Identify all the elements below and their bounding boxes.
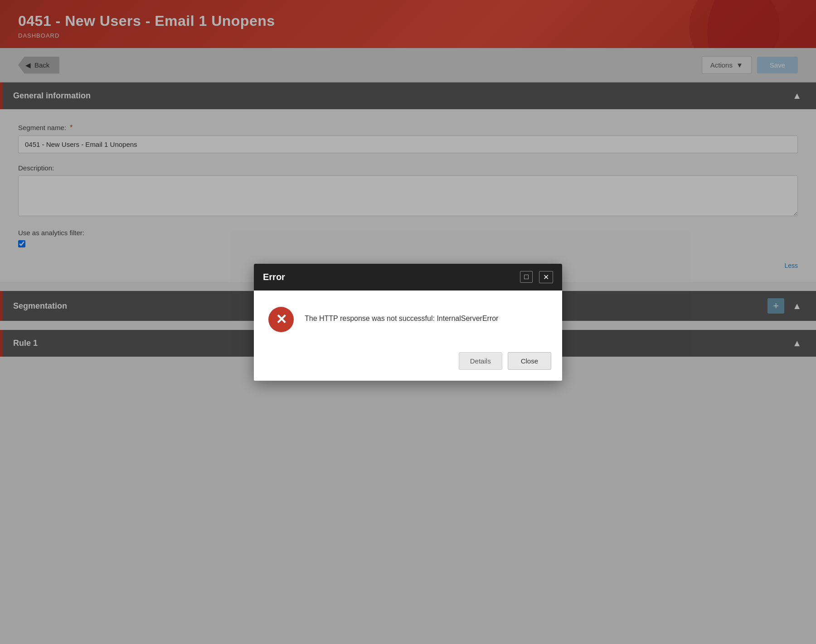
modal-header: Error □ ✕: [254, 264, 562, 291]
modal-maximize-button[interactable]: □: [520, 271, 533, 283]
modal-overlay: Error □ ✕ ✕ The HTTP response was not su…: [0, 0, 816, 644]
modal-body: ✕ The HTTP response was not successful: …: [254, 291, 562, 345]
modal-header-actions: □ ✕: [520, 271, 553, 283]
error-icon: ✕: [268, 307, 294, 332]
modal-footer: Details Close: [254, 345, 562, 381]
error-modal: Error □ ✕ ✕ The HTTP response was not su…: [254, 264, 562, 381]
close-button[interactable]: Close: [508, 352, 551, 370]
modal-title: Error: [263, 272, 285, 282]
details-button[interactable]: Details: [459, 352, 502, 370]
error-x-icon: ✕: [276, 313, 287, 326]
modal-header-close-button[interactable]: ✕: [539, 271, 553, 283]
error-message: The HTTP response was not successful: In…: [305, 307, 498, 324]
